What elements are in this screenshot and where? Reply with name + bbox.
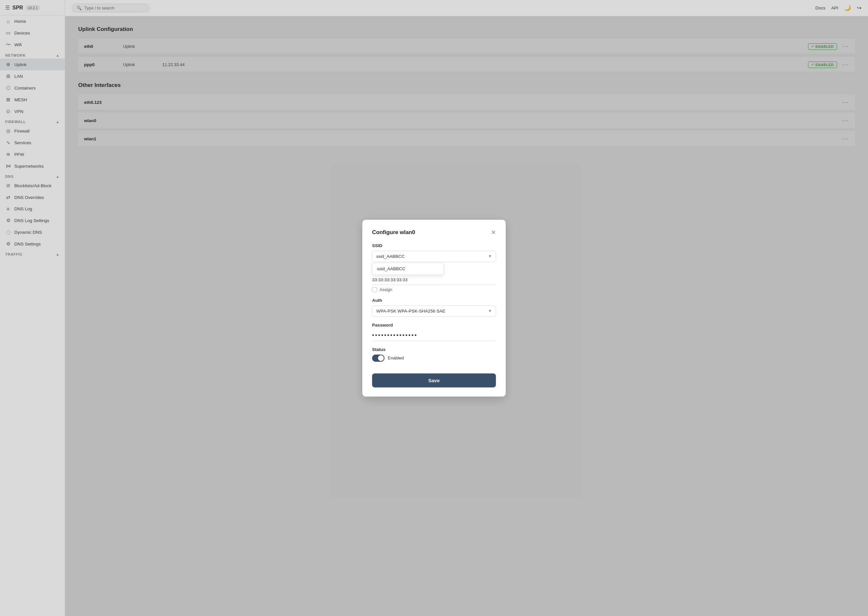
ssid-dropdown-item[interactable]: ssid_AABBCC [372, 263, 443, 275]
password-label: Password [372, 323, 496, 328]
configure-wlan0-modal: Configure wlan0 ✕ SSID ssid_AABBCC ▼ ssi… [362, 220, 506, 396]
bssid-input[interactable] [372, 275, 496, 284]
auth-select-wrapper: WPA-PSK WPA-PSK-SHA256 SAE ▼ [372, 305, 496, 317]
save-button[interactable]: Save [372, 374, 496, 387]
modal-overlay: Configure wlan0 ✕ SSID ssid_AABBCC ▼ ssi… [0, 0, 868, 616]
ssid-select-wrapper: ssid_AABBCC ▼ ssid_AABBCC [372, 251, 496, 262]
modal-close-button[interactable]: ✕ [491, 229, 496, 236]
auth-label: Auth [372, 298, 496, 303]
enabled-toggle[interactable] [372, 355, 384, 362]
status-group: Status Enabled [372, 347, 496, 362]
password-group: Password [372, 323, 496, 341]
auth-group: Auth WPA-PSK WPA-PSK-SHA256 SAE ▼ [372, 298, 496, 317]
ssid-dropdown: ssid_AABBCC [372, 263, 444, 275]
status-label: Status [372, 347, 496, 352]
status-row: Enabled [372, 355, 496, 362]
assign-checkbox[interactable] [372, 287, 377, 292]
modal-title: Configure wlan0 [372, 229, 415, 236]
toggle-knob [378, 355, 384, 361]
enabled-label: Enabled [388, 355, 404, 360]
password-input[interactable] [372, 330, 496, 341]
ssid-select[interactable]: ssid_AABBCC [372, 251, 496, 262]
ssid-group: SSID ssid_AABBCC ▼ ssid_AABBCC [372, 243, 496, 262]
ssid-label: SSID [372, 243, 496, 248]
modal-header: Configure wlan0 ✕ [372, 229, 496, 236]
assign-label: Assign [380, 287, 392, 292]
auth-select[interactable]: WPA-PSK WPA-PSK-SHA256 SAE [372, 305, 496, 317]
assign-row: Assign [372, 287, 496, 292]
